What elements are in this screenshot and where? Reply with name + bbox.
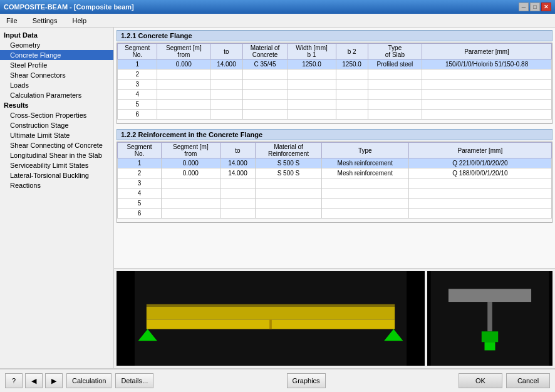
table-row[interactable]: 1250.0 bbox=[336, 59, 368, 70]
sidebar-item-reactions[interactable]: Reactions bbox=[0, 180, 113, 190]
ok-button[interactable]: OK bbox=[459, 373, 502, 388]
table-row[interactable] bbox=[220, 178, 255, 188]
table-row[interactable] bbox=[161, 178, 220, 188]
table-row[interactable] bbox=[242, 80, 288, 90]
close-button[interactable]: ✕ bbox=[541, 3, 551, 11]
table-row[interactable] bbox=[408, 178, 551, 188]
table-row[interactable]: S 500 S bbox=[256, 158, 322, 168]
sidebar-item-construction-stage[interactable]: Construction Stage bbox=[0, 120, 113, 130]
table-row[interactable] bbox=[408, 199, 551, 209]
table-row[interactable]: S 500 S bbox=[256, 168, 322, 178]
table-row[interactable]: 3 bbox=[118, 80, 157, 90]
table-row[interactable] bbox=[157, 100, 210, 110]
table-row[interactable] bbox=[161, 188, 220, 199]
minimize-button[interactable]: ─ bbox=[519, 3, 529, 11]
table-row[interactable]: Q 221/0/0/1/0/20/20 bbox=[408, 158, 551, 168]
table-row[interactable] bbox=[220, 209, 255, 219]
table-row[interactable]: 150/0/1/0/Holorib 51/150-0.88 bbox=[422, 59, 552, 70]
calculation-button[interactable]: Calculation bbox=[66, 373, 112, 388]
table-row[interactable] bbox=[242, 110, 288, 120]
table-row[interactable] bbox=[210, 70, 242, 80]
maximize-button[interactable]: □ bbox=[530, 3, 540, 11]
table-row[interactable]: 3 bbox=[118, 178, 162, 188]
table-row[interactable] bbox=[422, 80, 552, 90]
table-row[interactable]: 14.000 bbox=[220, 158, 255, 168]
table-row[interactable] bbox=[210, 100, 242, 110]
table-row[interactable] bbox=[256, 209, 322, 219]
table-row[interactable] bbox=[210, 80, 242, 90]
table-row[interactable]: Mesh reinforcement bbox=[321, 168, 408, 178]
table-row[interactable] bbox=[408, 188, 551, 199]
table-row[interactable]: Mesh reinforcement bbox=[321, 158, 408, 168]
table-row[interactable] bbox=[242, 100, 288, 110]
sidebar-item-geometry[interactable]: Geometry bbox=[0, 40, 113, 50]
table-row[interactable]: Q 188/0/0/0/1/20/10 bbox=[408, 168, 551, 178]
table-row[interactable] bbox=[157, 90, 210, 100]
table-row[interactable]: 14.000 bbox=[210, 59, 242, 70]
table-row[interactable] bbox=[210, 90, 242, 100]
graphics-button[interactable]: Graphics bbox=[287, 373, 326, 388]
table-row[interactable] bbox=[220, 188, 255, 199]
sidebar-item-steel-profile[interactable]: Steel Profile bbox=[0, 60, 113, 70]
back-button[interactable]: ◀ bbox=[25, 373, 43, 388]
table-row[interactable] bbox=[242, 90, 288, 100]
table-row[interactable] bbox=[368, 90, 422, 100]
menu-help[interactable]: Help bbox=[68, 16, 90, 26]
table-row[interactable] bbox=[256, 188, 322, 199]
table-row[interactable] bbox=[288, 100, 336, 110]
table-row[interactable] bbox=[288, 90, 336, 100]
table-row[interactable]: 2 bbox=[118, 70, 157, 80]
table-row[interactable]: 4 bbox=[118, 90, 157, 100]
table-row[interactable]: 1 bbox=[118, 158, 162, 168]
table-row[interactable]: 1250.0 bbox=[288, 59, 336, 70]
table-row[interactable] bbox=[288, 70, 336, 80]
table-row[interactable] bbox=[157, 80, 210, 90]
table-row[interactable] bbox=[161, 199, 220, 209]
details-button[interactable]: Details... bbox=[115, 373, 153, 388]
table-row[interactable] bbox=[256, 199, 322, 209]
table-row[interactable] bbox=[220, 199, 255, 209]
table-row[interactable] bbox=[321, 178, 408, 188]
table-row[interactable] bbox=[336, 100, 368, 110]
table-row[interactable] bbox=[161, 209, 220, 219]
sidebar-item-concrete-flange[interactable]: Concrete Flange bbox=[0, 50, 113, 60]
table-row[interactable]: C 35/45 bbox=[242, 59, 288, 70]
table-row[interactable] bbox=[336, 70, 368, 80]
sidebar-item-ultimate-limit[interactable]: Ultimate Limit State bbox=[0, 130, 113, 140]
sidebar-item-shear-connectors[interactable]: Shear Connectors bbox=[0, 70, 113, 80]
table-row[interactable]: 4 bbox=[118, 188, 162, 199]
sidebar-item-shear-connecting[interactable]: Shear Connecting of Concrete bbox=[0, 140, 113, 150]
table-row[interactable] bbox=[157, 110, 210, 120]
sidebar-item-loads[interactable]: Loads bbox=[0, 80, 113, 90]
table-row[interactable]: 5 bbox=[118, 199, 162, 209]
table-row[interactable]: 2 bbox=[118, 168, 162, 178]
table-row[interactable] bbox=[422, 110, 552, 120]
table-row[interactable] bbox=[321, 209, 408, 219]
table-row[interactable] bbox=[408, 209, 551, 219]
table-row[interactable]: 14.000 bbox=[220, 168, 255, 178]
sidebar-item-serviceability[interactable]: Serviceability Limit States bbox=[0, 160, 113, 170]
table-row[interactable] bbox=[321, 188, 408, 199]
table-row[interactable] bbox=[288, 80, 336, 90]
table-row[interactable] bbox=[157, 70, 210, 80]
table-row[interactable] bbox=[422, 100, 552, 110]
table-row[interactable] bbox=[256, 178, 322, 188]
table-row[interactable] bbox=[336, 80, 368, 90]
table-row[interactable] bbox=[422, 70, 552, 80]
sidebar-item-cross-section[interactable]: Cross-Section Properties bbox=[0, 110, 113, 120]
table-row[interactable]: 0.000 bbox=[161, 168, 220, 178]
sidebar-item-lateral-torsional[interactable]: Lateral-Torsional Buckling bbox=[0, 170, 113, 180]
table-row[interactable]: 0.000 bbox=[157, 59, 210, 70]
table-row[interactable]: 6 bbox=[118, 110, 157, 120]
cancel-button[interactable]: Cancel bbox=[506, 373, 550, 388]
table-row[interactable] bbox=[321, 199, 408, 209]
table-row[interactable] bbox=[422, 90, 552, 100]
table-row[interactable] bbox=[336, 90, 368, 100]
table-row[interactable] bbox=[210, 110, 242, 120]
table-row[interactable] bbox=[288, 110, 336, 120]
menu-file[interactable]: File bbox=[3, 16, 21, 26]
table-row[interactable]: 5 bbox=[118, 100, 157, 110]
table-row[interactable] bbox=[368, 70, 422, 80]
sidebar-item-calc-params[interactable]: Calculation Parameters bbox=[0, 90, 113, 100]
forward-button[interactable]: ▶ bbox=[45, 373, 63, 388]
